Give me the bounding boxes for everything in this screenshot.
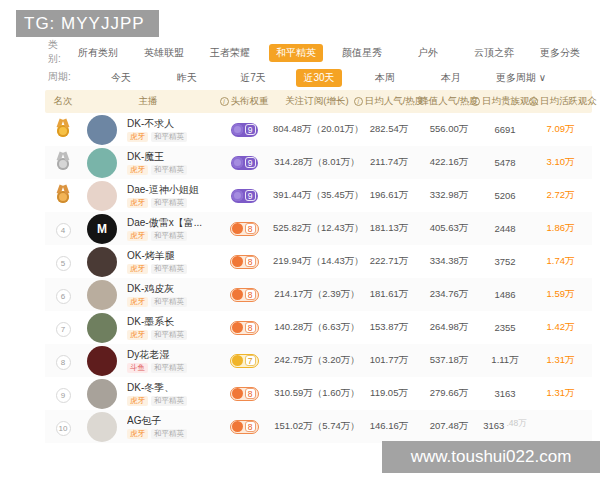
info-icon[interactable]: i bbox=[529, 97, 538, 106]
rank-number: 6 bbox=[56, 289, 71, 304]
platform-tag: 虎牙 bbox=[127, 396, 148, 406]
peak-popularity-value: 332.98万 bbox=[417, 189, 481, 202]
info-icon[interactable]: i bbox=[471, 97, 480, 106]
game-tag: 和平精英 bbox=[151, 231, 187, 241]
peak-popularity-value: 264.98万 bbox=[417, 321, 481, 334]
avg-popularity-value: 119.05万 bbox=[361, 387, 417, 400]
platform-tag: 斗鱼 bbox=[127, 363, 148, 373]
subscribers-value: 391.44万（35.45万） bbox=[273, 189, 361, 202]
streamer-ranking-page: TG: MYYJJPP 类别:所有类别英雄联盟王者荣耀和平精英颜值星秀户外云顶之… bbox=[0, 0, 600, 480]
platform-tag: 虎牙 bbox=[127, 198, 148, 208]
header-label: 主播 bbox=[139, 95, 158, 108]
filter-option[interactable]: 和平精英 bbox=[269, 44, 323, 62]
badge-rank-icon bbox=[232, 289, 243, 300]
header-label: 名次 bbox=[54, 95, 73, 108]
filter-option[interactable]: 王者荣耀 bbox=[203, 44, 257, 62]
avatar[interactable] bbox=[87, 280, 117, 310]
filter-option[interactable]: 近7天 bbox=[233, 69, 273, 87]
streamer-name[interactable]: DK-魔王 bbox=[127, 151, 215, 163]
table-row[interactable]: DK-魔王 虎牙 和平精英 9 314.28万（8.01万） 211.74万 4… bbox=[45, 146, 592, 179]
avatar[interactable] bbox=[87, 181, 117, 211]
table-row[interactable]: 7 DK-墨系长 虎牙 和平精英 8 140.28万（6.63万） 153.87… bbox=[45, 311, 592, 344]
subscribers-value: 151.02万（5.74万） bbox=[273, 420, 361, 433]
filter-option[interactable]: 户外 bbox=[411, 44, 445, 62]
badge-level: 8 bbox=[245, 388, 256, 399]
header-subscribers: 关注订阅(增长) bbox=[273, 95, 361, 108]
table-row[interactable]: DK-不求人 虎牙 和平精英 9 804.48万（20.01万） 282.54万… bbox=[45, 113, 592, 146]
avatar[interactable] bbox=[87, 247, 117, 277]
subscribers-value: 525.82万（12.43万） bbox=[273, 222, 361, 235]
avatar[interactable] bbox=[87, 346, 117, 376]
filter-option[interactable]: 近30天 bbox=[296, 69, 341, 87]
filter-option[interactable]: 今天 bbox=[104, 69, 138, 87]
table-row[interactable]: 4 M Dae-傲雷x【富... 虎牙 和平精英 8 525.82万（12.43… bbox=[45, 212, 592, 245]
game-tag: 和平精英 bbox=[151, 264, 187, 274]
game-tag: 和平精英 bbox=[151, 429, 187, 439]
avatar[interactable] bbox=[87, 148, 117, 178]
filter-option[interactable]: 更多周期 ∨ bbox=[489, 69, 553, 87]
streamer-name[interactable]: AG包子 bbox=[127, 415, 215, 427]
info-icon[interactable]: i bbox=[220, 97, 229, 106]
table-row[interactable]: Dae-逗神小姐姐 虎牙 和平精英 9 391.44万（35.45万） 196.… bbox=[45, 179, 592, 212]
table-row[interactable]: 8 Dy花老湿 斗鱼 和平精英 7 242.75万（3.20万） 101.77万… bbox=[45, 344, 592, 377]
streamer-name[interactable]: Dy花老湿 bbox=[127, 349, 215, 361]
table-body: DK-不求人 虎牙 和平精英 9 804.48万（20.01万） 282.54万… bbox=[45, 113, 592, 443]
filter-option[interactable]: 云顶之弈 bbox=[467, 44, 521, 62]
title-weight-badge: 9 bbox=[231, 123, 258, 137]
title-weight-badge: 9 bbox=[231, 156, 258, 170]
active-viewers-value: 3.10万 bbox=[529, 156, 592, 169]
avatar[interactable] bbox=[87, 115, 117, 145]
badge-level: 8 bbox=[245, 289, 256, 300]
avatar[interactable] bbox=[87, 379, 117, 409]
header-streamer: 主播 bbox=[81, 95, 215, 108]
rank-number: 4 bbox=[56, 223, 71, 238]
active-viewers-value: 1.59万 bbox=[529, 288, 592, 301]
streamer-name[interactable]: Dae-傲雷x【富... bbox=[127, 217, 215, 229]
table-row[interactable]: 10 AG包子 虎牙 和平精英 8 151.02万（5.74万） 146.16万… bbox=[45, 410, 592, 443]
avatar[interactable] bbox=[87, 313, 117, 343]
rank-indicator: 8 bbox=[56, 351, 71, 370]
gold-medal-icon bbox=[55, 119, 71, 137]
table-row[interactable]: 5 OK-烤羊腿 虎牙 和平精英 8 219.94万（14.43万） 222.7… bbox=[45, 245, 592, 278]
avg-popularity-value: 101.77万 bbox=[361, 354, 417, 367]
header-label: 峰值人气/热度 bbox=[419, 95, 479, 108]
filter-option[interactable]: 本周 bbox=[368, 69, 402, 87]
noble-viewers-value: 3752 bbox=[481, 256, 529, 267]
filter-option[interactable]: 英雄联盟 bbox=[137, 44, 191, 62]
peak-popularity-value: 334.38万 bbox=[417, 255, 481, 268]
active-viewers-value: 7.09万 bbox=[529, 123, 592, 136]
filter-option[interactable]: 更多分类 bbox=[533, 44, 587, 62]
badge-rank-icon bbox=[232, 190, 243, 201]
filter-option[interactable]: 颜值星秀 bbox=[335, 44, 389, 62]
filter-option[interactable]: 昨天 bbox=[170, 69, 204, 87]
title-weight-badge: 8 bbox=[230, 222, 259, 236]
table-header-row: 名次主播i头衔权重关注订阅(增长)i日均人气/热度峰值人气/热度i日均贵族观众i… bbox=[45, 90, 592, 113]
noble-viewers-value: 5478 bbox=[481, 157, 529, 168]
title-weight-badge: 8 bbox=[230, 288, 259, 302]
table-row[interactable]: 9 DK-冬季、 虎牙 和平精英 8 310.59万（1.60万） 119.05… bbox=[45, 377, 592, 410]
filter-option[interactable]: 所有类别 bbox=[71, 44, 125, 62]
period-filter-row: 周期:今天昨天近7天近30天本周本月更多周期 ∨ bbox=[48, 66, 593, 87]
streamer-name[interactable]: DK-冬季、 bbox=[127, 382, 215, 394]
streamer-name[interactable]: DK-鸡皮灰 bbox=[127, 283, 215, 295]
rank-indicator bbox=[55, 119, 71, 141]
streamer-name[interactable]: OK-烤羊腿 bbox=[127, 250, 215, 262]
avatar[interactable] bbox=[87, 412, 117, 442]
game-tag: 和平精英 bbox=[151, 297, 187, 307]
badge-level: 8 bbox=[245, 322, 256, 333]
peak-popularity-value: 405.63万 bbox=[417, 222, 481, 235]
game-tag: 和平精英 bbox=[151, 396, 187, 406]
filter-option[interactable]: 本月 bbox=[434, 69, 468, 87]
avg-popularity-value: 146.16万 bbox=[361, 420, 417, 433]
info-icon[interactable]: i bbox=[354, 97, 363, 106]
avg-popularity-value: 153.87万 bbox=[361, 321, 417, 334]
rank-number: 7 bbox=[56, 322, 71, 337]
streamer-name[interactable]: DK-不求人 bbox=[127, 118, 215, 130]
table-row[interactable]: 6 DK-鸡皮灰 虎牙 和平精英 8 214.17万（2.39万） 181.61… bbox=[45, 278, 592, 311]
rank-indicator: 4 bbox=[56, 219, 71, 238]
avatar[interactable]: M bbox=[87, 214, 117, 244]
streamer-name[interactable]: Dae-逗神小姐姐 bbox=[127, 184, 215, 196]
streamer-name[interactable]: DK-墨系长 bbox=[127, 316, 215, 328]
noble-viewers-value: 1.11万 bbox=[481, 354, 529, 367]
rank-number: 10 bbox=[56, 421, 71, 436]
